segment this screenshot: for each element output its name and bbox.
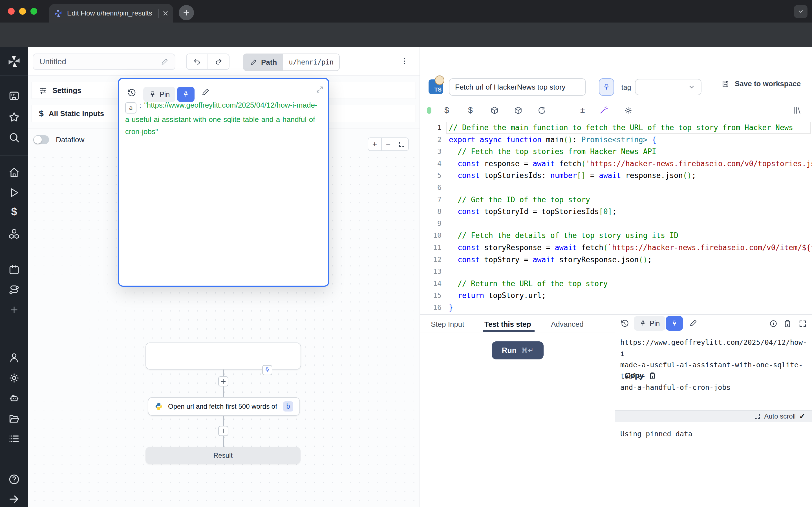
help-icon[interactable] [8,473,20,486]
code-line[interactable]: } [449,302,812,314]
flow-name-field[interactable]: Untitled [33,54,175,70]
reset-icon[interactable] [538,106,546,115]
plus-icon [183,9,190,16]
dataflow-toggle[interactable] [33,135,49,144]
code-line[interactable]: // Define the main function to fetch the… [449,122,812,134]
variables-icon[interactable]: $ [444,105,449,115]
sidebar-item-apps-icon[interactable] [8,90,20,102]
code-line[interactable]: // Return the URL of the top story [449,278,812,290]
sidebar-item-folders-icon[interactable] [8,412,20,425]
result-line: and-a-handful-of-cron-jobs [620,382,806,393]
more-options-icon[interactable] [400,57,409,65]
code-line[interactable]: return topStory.url; [449,290,812,302]
code-line[interactable]: export async function main(): Promise<st… [449,134,812,146]
clipboard-icon[interactable] [783,320,792,328]
expand-result-icon[interactable] [799,320,807,328]
new-tab-button[interactable] [179,5,194,20]
package-icon[interactable] [514,106,523,115]
code-line[interactable] [449,266,812,278]
window-close-button[interactable] [8,8,15,15]
code-line[interactable]: const storyResponse = await fetch(`https… [449,242,812,254]
history-icon[interactable] [620,319,629,328]
result-pin-button[interactable]: Pin [634,316,665,331]
step-title-input[interactable]: Fetch url of HackerNews top story [449,78,586,96]
window-zoom-button[interactable] [31,8,37,15]
tab-test-this-step[interactable]: Test this step [485,320,531,329]
copy-button[interactable]: Copy [625,371,656,380]
sidebar-item-variables-icon[interactable]: $ [8,206,20,218]
sidebar-item-workers-icon[interactable] [8,392,20,404]
fit-view-button[interactable] [395,137,409,151]
flow-node-b[interactable]: Open url and fetch first 500 words of ..… [148,397,300,416]
save-to-workspace-button[interactable]: Save to workspace [721,79,801,88]
add-step-button[interactable] [218,376,229,386]
undo-icon [193,58,201,66]
undo-button[interactable] [186,54,208,70]
sidebar-item-runs-icon[interactable] [8,186,20,199]
info-icon[interactable] [769,320,777,328]
tab-step-input[interactable]: Step Input [431,320,464,329]
ai-assistant-icon[interactable] [599,106,608,115]
code-editor[interactable]: 12345678910111213141516 // Define the ma… [420,120,812,314]
tab-search-button[interactable] [794,5,808,18]
path-edit-button[interactable]: Path [244,54,283,70]
window-minimize-button[interactable] [19,8,26,15]
all-static-inputs-label: All Static Inputs [49,109,104,118]
check-icon[interactable]: ✓ [799,412,805,421]
run-button[interactable]: Run ⌘↵ [492,341,544,359]
package-icon[interactable] [490,106,499,115]
library-panel-icon[interactable] [793,106,802,115]
sidebar-item-home-icon[interactable] [8,166,20,179]
sidebar-item-favorites-icon[interactable] [8,111,20,123]
browser-tab[interactable]: Edit Flow u/henri/pin_results [49,4,173,22]
code-line[interactable]: // Fetch the details of the top story us… [449,230,812,242]
editor-settings-icon[interactable] [624,106,633,115]
zoom-out-button[interactable]: − [381,137,395,151]
sidebar-item-add-icon[interactable] [9,305,19,315]
resources-icon[interactable]: $ [468,105,473,115]
tab-advanced[interactable]: Advanced [551,320,583,329]
line-number: 1 [420,122,442,134]
history-icon[interactable] [127,88,137,98]
code-line[interactable] [449,182,812,194]
tag-select[interactable] [635,79,702,95]
diff-mode-icon[interactable]: ± [580,105,585,115]
sidebar-item-schedules-icon[interactable] [8,264,20,276]
code-line[interactable]: // Fetch the top stories from Hacker New… [449,146,812,158]
path-value-box[interactable]: u/henri/pin [283,54,339,70]
add-step-button[interactable] [218,426,229,436]
code-content[interactable]: // Define the main function to fetch the… [449,122,812,314]
expand-logs-icon[interactable] [754,413,761,420]
code-line[interactable]: // Get the ID of the top story [449,194,812,206]
expand-popup-icon[interactable] [316,86,324,94]
edit-pencil-icon[interactable] [201,88,210,96]
code-line[interactable] [449,218,812,230]
windmill-logo[interactable] [7,54,21,69]
edit-pencil-icon[interactable] [689,319,698,327]
flow-node-a[interactable] [146,342,301,370]
auto-scroll-label[interactable]: Auto scroll [764,412,796,420]
node-b-id-badge: b [283,401,293,411]
sidebar-item-users-icon[interactable] [8,351,20,364]
sliders-icon [39,86,47,95]
sidebar-item-logs-icon[interactable] [8,433,20,445]
tab-close-icon[interactable] [162,10,168,16]
sidebar-item-flows-icon[interactable] [8,284,20,296]
flow-node-result[interactable]: Result [146,447,301,464]
redo-button[interactable] [207,54,230,70]
code-line[interactable]: const topStory = await storyResponse.jso… [449,254,812,266]
node-a-pin-badge[interactable] [262,365,272,375]
result-value[interactable]: https://www.geoffreylitt.com/2025/04/12/… [620,337,806,393]
code-line[interactable]: const topStoryId = topStoriesIds[0]; [449,206,812,218]
sidebar-item-search-icon[interactable] [8,131,20,144]
zoom-in-button[interactable]: + [368,137,382,151]
sidebar-item-settings-icon[interactable] [8,372,20,384]
sidebar-item-resources-icon[interactable] [8,228,20,240]
code-line[interactable]: const response = await fetch('https://ha… [449,158,812,170]
code-line[interactable]: const topStoriesIds: number[] = await re… [449,170,812,182]
expand-sidebar-icon[interactable] [8,493,20,505]
pinned-value[interactable]: a:"https://www.geoffreylitt.com/2025/04/… [125,99,321,138]
result-pinned-toggle[interactable] [666,316,683,331]
screen: Edit Flow u/henri/pin_results app.windmi… [0,0,812,507]
step-pin-button[interactable] [599,78,614,96]
